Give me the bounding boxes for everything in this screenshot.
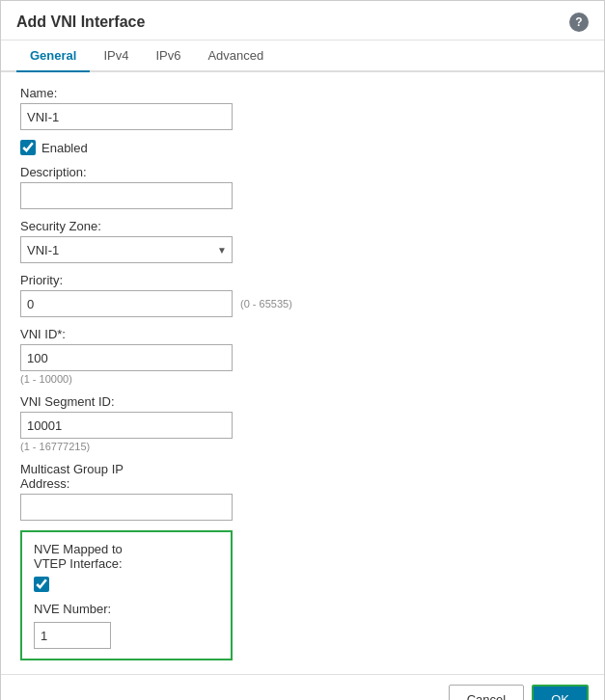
dialog-footer: Cancel OK xyxy=(1,674,604,700)
multicast-group: Multicast Group IP Address: xyxy=(20,462,585,521)
enabled-row: Enabled xyxy=(20,140,585,155)
dialog-title: Add VNI Interface xyxy=(16,13,145,31)
nve-box-label: NVE Mapped to VTEP Interface: xyxy=(34,542,219,571)
description-label: Description: xyxy=(20,165,585,179)
description-input[interactable] xyxy=(20,182,233,209)
security-zone-label: Security Zone: xyxy=(20,219,585,233)
add-vni-dialog: Add VNI Interface ? General IPv4 IPv6 Ad… xyxy=(0,0,605,700)
vni-segment-group: VNI Segment ID: (1 - 16777215) xyxy=(20,394,585,452)
tabs-bar: General IPv4 IPv6 Advanced xyxy=(1,40,604,72)
dialog-header: Add VNI Interface ? xyxy=(1,1,604,40)
nve-number-input[interactable] xyxy=(34,622,111,649)
security-zone-select[interactable]: VNI-1 xyxy=(20,236,233,263)
tab-ipv4[interactable]: IPv4 xyxy=(90,40,142,72)
ok-button[interactable]: OK xyxy=(532,685,589,700)
vni-id-hint: (1 - 10000) xyxy=(20,373,585,385)
security-zone-group: Security Zone: VNI-1 ▼ xyxy=(20,219,585,263)
multicast-label: Multicast Group IP Address: xyxy=(20,462,585,491)
vni-id-group: VNI ID*: (1 - 10000) xyxy=(20,327,585,385)
nve-checkbox-row xyxy=(34,577,219,592)
vni-id-label: VNI ID*: xyxy=(20,327,585,341)
multicast-input[interactable] xyxy=(20,494,233,521)
priority-input[interactable] xyxy=(20,290,233,317)
security-zone-select-wrap: VNI-1 ▼ xyxy=(20,236,233,263)
vni-segment-label: VNI Segment ID: xyxy=(20,394,585,409)
dialog-body: Name: Enabled Description: Security Zone… xyxy=(1,72,604,674)
name-input[interactable] xyxy=(20,103,233,130)
nve-box: NVE Mapped to VTEP Interface: NVE Number… xyxy=(20,530,233,660)
tab-general[interactable]: General xyxy=(16,40,90,72)
enabled-label: Enabled xyxy=(41,141,88,155)
vni-segment-input[interactable] xyxy=(20,412,233,439)
priority-group: Priority: (0 - 65535) xyxy=(20,273,585,317)
nve-checkbox[interactable] xyxy=(34,577,49,592)
description-group: Description: xyxy=(20,165,585,209)
tab-ipv6[interactable]: IPv6 xyxy=(142,40,194,72)
priority-row: (0 - 65535) xyxy=(20,290,585,317)
vni-segment-hint: (1 - 16777215) xyxy=(20,441,585,452)
name-group: Name: xyxy=(20,86,585,130)
nve-number-label: NVE Number: xyxy=(34,602,219,616)
cancel-button[interactable]: Cancel xyxy=(449,685,524,700)
priority-label: Priority: xyxy=(20,273,585,287)
help-icon[interactable]: ? xyxy=(569,13,589,32)
tab-advanced[interactable]: Advanced xyxy=(194,40,277,72)
enabled-checkbox[interactable] xyxy=(20,140,36,155)
name-label: Name: xyxy=(20,86,585,100)
priority-hint: (0 - 65535) xyxy=(240,298,292,310)
vni-id-input[interactable] xyxy=(20,344,233,371)
